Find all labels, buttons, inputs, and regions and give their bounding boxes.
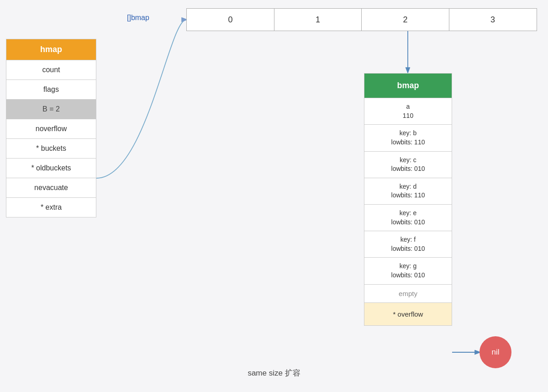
- bmap-array-label: []bmap: [127, 14, 149, 22]
- bmap-array-header: 0 1 2 3: [186, 8, 536, 31]
- hmap-title: hmap: [6, 39, 96, 60]
- bmap-empty: empty: [364, 285, 452, 303]
- hmap-count: count: [6, 60, 96, 80]
- hmap-b: B = 2: [6, 100, 96, 119]
- hmap-struct: hmap count flags B = 2 noverflow * bucke…: [6, 39, 96, 217]
- array-cell-2: 2: [361, 8, 449, 31]
- bmap-entry-3: key: d lowbits: 110: [364, 178, 452, 205]
- array-cell-1: 1: [274, 8, 362, 31]
- caption: same size 扩容: [248, 368, 300, 378]
- hmap-buckets: * buckets: [6, 139, 96, 159]
- bmap-entry-0: a 110: [364, 98, 452, 125]
- bmap-entry-6: key: g lowbits: 010: [364, 258, 452, 284]
- hmap-nevacuate: nevacuate: [6, 178, 96, 198]
- bmap-entry-4: key: e lowbits: 010: [364, 205, 452, 231]
- bmap-struct: bmap a 110 key: b lowbits: 110 key: c lo…: [364, 73, 452, 326]
- bmap-entry-5: key: f lowbits: 010: [364, 231, 452, 258]
- nil-circle: nil: [480, 336, 511, 368]
- bmap-entry-1: key: b lowbits: 110: [364, 125, 452, 151]
- hmap-extra: * extra: [6, 198, 96, 217]
- bmap-overflow: * overflow: [364, 303, 452, 325]
- array-cell-0: 0: [186, 8, 274, 31]
- diagram-container: hmap count flags B = 2 noverflow * bucke…: [0, 0, 548, 392]
- bmap-entry-2: key: c lowbits: 010: [364, 152, 452, 178]
- hmap-noverflow: noverflow: [6, 119, 96, 139]
- hmap-flags: flags: [6, 80, 96, 100]
- bmap-title: bmap: [364, 74, 452, 98]
- hmap-oldbuckets: * oldbuckets: [6, 159, 96, 178]
- array-cell-3: 3: [449, 8, 537, 31]
